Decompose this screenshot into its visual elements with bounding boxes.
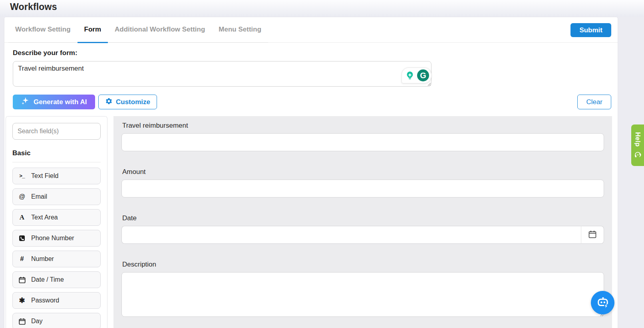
generate-with-ai-button[interactable]: Generate with AI	[13, 95, 95, 109]
page-header: Workflows	[0, 0, 644, 17]
grammarly-widget: G	[402, 67, 431, 83]
field-label: Travel reimbursement	[122, 122, 604, 130]
palette-item-password[interactable]: ✱ Password	[12, 292, 101, 309]
page-title: Workflows	[10, 2, 57, 12]
hash-icon: #	[18, 255, 26, 263]
customize-label: Customize	[116, 98, 150, 106]
terminal-icon: >_	[18, 173, 26, 179]
sparkle-icon	[21, 97, 30, 107]
form-preview: Travel reimbursement Amount Date	[113, 116, 612, 328]
palette-item-phone-number[interactable]: Phone Number	[12, 230, 101, 247]
amount-input[interactable]	[121, 180, 604, 198]
field-label: Amount	[122, 168, 604, 176]
palette-item-number[interactable]: # Number	[12, 251, 101, 267]
palette-item-label: Phone Number	[31, 235, 74, 242]
customize-button[interactable]: Customize	[98, 95, 157, 109]
asterisk-icon: ✱	[18, 296, 26, 305]
chatbot-button[interactable]	[591, 291, 614, 314]
spacer	[121, 151, 604, 168]
help-tab[interactable]: Help	[631, 124, 644, 166]
description-textarea[interactable]	[121, 272, 604, 317]
gear-icon	[105, 97, 113, 107]
date-input[interactable]	[121, 226, 581, 244]
lightbulb-sparkle-icon[interactable]	[404, 69, 416, 81]
clear-button[interactable]: Clear	[577, 95, 611, 109]
describe-form-input[interactable]: Travel reimbursement	[13, 61, 431, 87]
tab-bar: Workflow Setting Form Additional Workflo…	[4, 17, 618, 43]
palette-item-label: Day	[31, 318, 42, 325]
divider	[12, 162, 101, 162]
tab-menu-setting[interactable]: Menu Setting	[212, 17, 268, 43]
palette-item-date-time[interactable]: Date / Time	[12, 271, 101, 288]
tab-workflow-setting[interactable]: Workflow Setting	[8, 17, 78, 43]
palette-item-text-area[interactable]: A Text Area	[12, 209, 101, 226]
submit-button[interactable]: Submit	[570, 23, 611, 37]
grammarly-g-icon[interactable]: G	[417, 69, 429, 81]
workflows-page: Workflows Workflow Setting Form Addition…	[0, 0, 644, 328]
text-icon: A	[18, 213, 26, 221]
calendar-icon	[588, 230, 596, 240]
tab-additional-workflow-setting[interactable]: Additional Workflow Setting	[108, 17, 212, 43]
palette-item-label: Number	[31, 255, 54, 263]
spacer	[121, 198, 604, 214]
help-label: Help	[634, 132, 641, 147]
palette-item-email[interactable]: @ Email	[12, 188, 101, 205]
calendar-icon	[18, 277, 26, 283]
palette-item-label: Text Field	[31, 172, 58, 180]
tab-list: Workflow Setting Form Additional Workflo…	[8, 17, 268, 43]
field-label: Description	[122, 261, 604, 269]
field-palette: Basic >_ Text Field @ Email A Text Area	[6, 116, 107, 328]
field-label: Date	[122, 214, 604, 222]
support-headset-icon	[632, 149, 643, 160]
robot-icon	[596, 296, 610, 310]
generate-with-ai-label: Generate with AI	[34, 98, 87, 106]
search-fields-input[interactable]	[12, 123, 101, 140]
palette-item-day[interactable]: Day	[12, 313, 101, 328]
palette-item-text-field[interactable]: >_ Text Field	[12, 168, 101, 184]
workflow-card: Workflow Setting Form Additional Workflo…	[4, 17, 618, 328]
palette-item-label: Text Area	[31, 214, 58, 221]
palette-item-label: Email	[31, 193, 47, 200]
palette-item-label: Password	[31, 297, 59, 304]
date-input-group	[121, 226, 604, 244]
palette-item-label: Date / Time	[31, 276, 64, 283]
calendar-icon	[18, 318, 26, 325]
travel-reimbursement-input[interactable]	[121, 133, 604, 151]
calendar-picker-button[interactable]	[581, 226, 604, 244]
palette-section-title: Basic	[12, 149, 101, 157]
spacer	[121, 244, 604, 261]
tab-form[interactable]: Form	[78, 17, 108, 43]
at-icon: @	[18, 193, 26, 200]
describe-form-label: Describe your form:	[13, 49, 78, 57]
phone-icon	[18, 235, 26, 241]
